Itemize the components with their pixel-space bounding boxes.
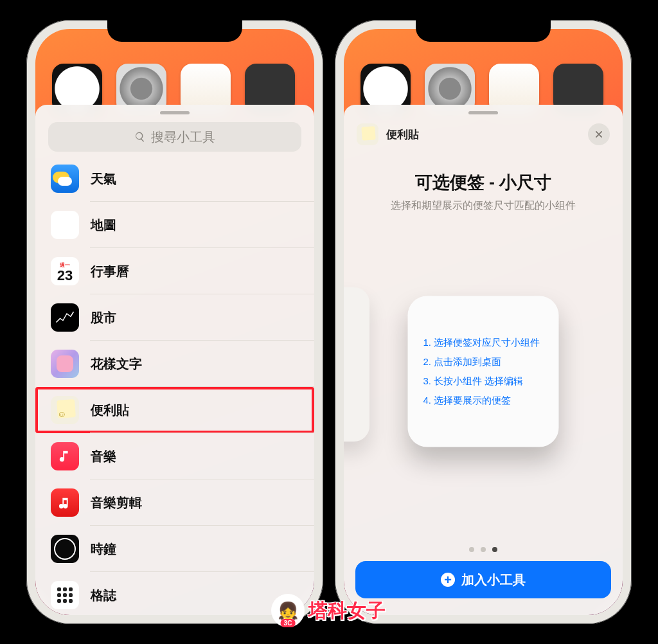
list-item-label: 便利貼 — [91, 402, 129, 419]
list-item-calendar[interactable]: 週一 23 行事曆 — [35, 248, 314, 294]
page-dot — [481, 547, 486, 552]
list-item-fancy-text[interactable]: 花樣文字 — [35, 341, 314, 387]
journal-icon — [51, 581, 79, 609]
calendar-icon: 週一 23 — [51, 257, 79, 285]
detail-app-name: 便利貼 — [386, 127, 419, 142]
widget-preview-card: 1. 选择便签对应尺寸小组件 2. 点击添加到桌面 3. 长按小组件 选择编辑 … — [408, 296, 559, 447]
weather-icon — [51, 165, 79, 193]
list-item-sticky-note[interactable]: 便利貼 — [35, 387, 314, 433]
widget-step: 3. 长按小组件 选择编辑 — [423, 375, 544, 387]
device-notch — [416, 20, 551, 42]
widget-gallery-sheet: 搜尋小工具 天氣 ➤ 地圖 週一 23 — [35, 105, 314, 615]
list-item-label: 行事曆 — [91, 263, 129, 280]
list-item-label: 格誌 — [91, 587, 116, 604]
watermark: 👧 塔科女子 — [272, 595, 386, 626]
music-clip-icon — [51, 488, 79, 517]
list-item-label: 音樂剪輯 — [91, 494, 142, 512]
widget-step: 1. 选择便签对应尺寸小组件 — [423, 336, 544, 348]
detail-header: 便利貼 — [344, 122, 623, 157]
stocks-icon — [51, 303, 79, 332]
phone-right: 便利貼 可选便签 - 小尺寸 选择和期望展示的便签尺寸匹配的小组件 1. 选择便… — [335, 20, 632, 624]
widget-preview-carousel[interactable]: 1. 选择便签对应尺寸小组件 2. 点击添加到桌面 3. 长按小组件 选择编辑 … — [344, 213, 623, 543]
list-item-clock[interactable]: 時鐘 — [35, 526, 314, 572]
list-item-stocks[interactable]: 股市 — [35, 294, 314, 341]
page-dot-active — [492, 547, 497, 552]
list-item-weather[interactable]: 天氣 — [35, 156, 314, 202]
list-item-label: 天氣 — [91, 170, 116, 188]
widget-size-title: 可选便签 - 小尺寸 — [344, 157, 623, 199]
music-icon — [51, 442, 79, 470]
page-dot — [469, 547, 474, 552]
list-item-music-clip[interactable]: 音樂剪輯 — [35, 479, 314, 526]
search-widgets-field[interactable]: 搜尋小工具 — [48, 122, 301, 152]
clock-icon — [51, 535, 79, 563]
widget-step: 4. 选择要展示的便签 — [423, 394, 544, 406]
list-item-maps[interactable]: ➤ 地圖 — [35, 202, 314, 248]
sheet-grabber[interactable] — [468, 111, 498, 114]
device-notch — [107, 20, 242, 42]
widget-preview-prev — [344, 287, 369, 442]
widget-app-list[interactable]: 天氣 ➤ 地圖 週一 23 行事曆 — [35, 156, 314, 615]
maps-icon: ➤ — [51, 211, 79, 239]
fancy-text-icon — [51, 350, 79, 378]
screen-left: 搜尋小工具 天氣 ➤ 地圖 週一 23 — [35, 29, 314, 615]
watermark-avatar: 👧 — [272, 595, 303, 626]
add-widget-button[interactable]: + 加入小工具 — [355, 561, 611, 598]
search-icon — [134, 131, 146, 143]
list-item-label: 音樂 — [91, 448, 116, 465]
sticky-note-icon — [51, 396, 79, 424]
search-placeholder: 搜尋小工具 — [151, 129, 215, 146]
widget-detail-sheet: 便利貼 可选便签 - 小尺寸 选择和期望展示的便签尺寸匹配的小组件 1. 选择便… — [344, 105, 623, 615]
sheet-grabber[interactable] — [160, 111, 190, 114]
page-indicator — [344, 543, 623, 561]
list-item-label: 時鐘 — [91, 541, 116, 558]
screen-right: 便利貼 可选便签 - 小尺寸 选择和期望展示的便签尺寸匹配的小组件 1. 选择便… — [344, 29, 623, 615]
list-item-label: 股市 — [91, 309, 116, 326]
watermark-text: 塔科女子 — [308, 598, 386, 624]
sticky-note-icon — [357, 123, 378, 145]
close-button[interactable] — [588, 123, 610, 145]
widget-step: 2. 点击添加到桌面 — [423, 355, 544, 368]
widget-size-subtitle: 选择和期望展示的便签尺寸匹配的小组件 — [344, 199, 623, 213]
list-item-label: 地圖 — [91, 217, 116, 234]
plus-icon: + — [441, 573, 455, 587]
list-item-music[interactable]: 音樂 — [35, 433, 314, 479]
add-widget-label: 加入小工具 — [461, 571, 526, 589]
phone-left: 搜尋小工具 天氣 ➤ 地圖 週一 23 — [26, 20, 323, 624]
list-item-label: 花樣文字 — [91, 355, 142, 373]
close-icon — [594, 130, 603, 139]
